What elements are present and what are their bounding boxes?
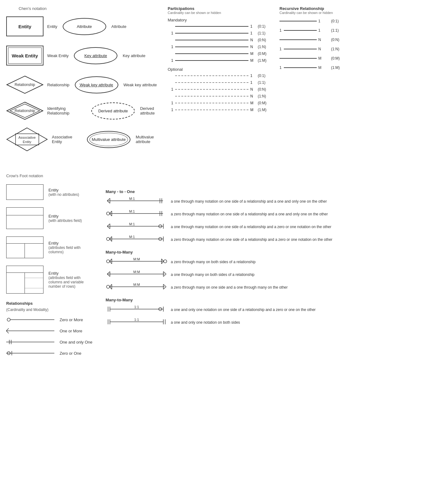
- cf-entity-simple-label: Entity: [48, 188, 79, 192]
- svg-text:M:M: M:M: [133, 270, 140, 274]
- derived-attr-wrap: Derived attribute: [90, 101, 136, 121]
- cf-entity-attrs-body: [7, 215, 43, 229]
- assoc-entity-shape-wrap: Associative Entity: [6, 127, 48, 152]
- rec-row-0m: M (0:M): [279, 55, 366, 62]
- top-section: Chen's notation Entity Entity Attribute …: [6, 6, 430, 161]
- svg-text:M:M: M:M: [133, 283, 140, 286]
- svg-text:Relationship: Relationship: [15, 109, 35, 113]
- oto-row-2: 1:1 a one and only one notation on both …: [106, 318, 430, 326]
- cf-entity-attrs: [6, 207, 43, 229]
- key-attr-label: Key attribute: [84, 53, 107, 58]
- rec-svg-01: 1: [279, 18, 329, 25]
- part-line-m1m: [175, 60, 248, 61]
- weak-entity-label: Weak Entity: [12, 53, 38, 58]
- oto-svg-1: 1:1: [106, 305, 168, 313]
- svg-text:1:1: 1:1: [134, 318, 139, 322]
- part-line-m11: [175, 33, 248, 34]
- participations-col: Participations Cardinality can be shown …: [168, 6, 273, 161]
- crowsfoot-title: Crow's Foot notation: [6, 173, 430, 178]
- svg-line-59: [110, 239, 112, 241]
- part-opt-notation-0m: (0:M): [258, 101, 273, 105]
- svg-text:N: N: [318, 47, 321, 51]
- rel-zero-one-row: Zero or One: [6, 350, 93, 357]
- part-notation-01: (0:1): [258, 24, 273, 29]
- weak-entity-desc: Weak Entity: [47, 53, 69, 58]
- svg-line-89: [163, 287, 166, 289]
- chen-row-assoc: Associative Entity Associative Entity Mu…: [6, 127, 168, 152]
- assoc-entity-desc: Associative Entity: [52, 135, 82, 144]
- chen-row-entity: Entity Entity Attribute Attribute: [6, 16, 168, 36]
- svg-point-65: [107, 260, 110, 263]
- part-left-11: 1: [168, 31, 173, 35]
- cf-entity-varrows-body: [7, 273, 43, 293]
- mto-svg-1: M:1: [106, 197, 168, 205]
- svg-line-36: [107, 201, 110, 203]
- crowsfoot-main: Entity (with no attributes) Entity (with…: [6, 184, 430, 361]
- chen-row-identifying: Relationship Identifying Relationship De…: [6, 101, 168, 121]
- part-opt-left-1m: 1: [168, 108, 173, 112]
- crowsfoot-left: Entity (with no attributes) Entity (with…: [6, 184, 93, 361]
- part-opt-right-0m: M: [250, 101, 256, 105]
- svg-line-85: [110, 287, 112, 289]
- cf-entity-varrows: [6, 266, 43, 294]
- cf-entity-varrows-label-wrap: Entity (attributes field with columns an…: [48, 271, 93, 289]
- mtm-desc-2: a one through many on both sides of a re…: [171, 272, 255, 277]
- svg-line-76: [107, 274, 110, 277]
- part-mandatory-row-1n: 1 N (1:N): [168, 45, 273, 49]
- part-notation-1m: (1:M): [258, 58, 273, 63]
- rel-one-one-svg: [6, 339, 56, 345]
- rel-one-one-row: One and only One: [6, 339, 93, 345]
- cf-row-div-1: [25, 278, 43, 278]
- rec-notation-0m: (0:M): [331, 56, 347, 61]
- chen-row-weak-entity: Weak Entity Weak Entity Key attribute Ke…: [6, 46, 168, 65]
- svg-text:1: 1: [318, 28, 320, 33]
- part-left-1n: 1: [168, 45, 173, 49]
- rec-svg-0m: M: [279, 55, 329, 62]
- recursive-col: Recursive Relationship Cardinality can b…: [279, 6, 366, 161]
- mto-svg-2-wrap: M:1: [106, 210, 168, 218]
- cf-entity-cols-body: [7, 244, 43, 258]
- key-attr-desc: Key attribute: [123, 53, 145, 58]
- one-to-one-title: Many-to-Many: [106, 298, 430, 302]
- key-attr-wrap: Key attribute: [72, 46, 119, 65]
- mto-svg-3: M:1: [106, 223, 168, 230]
- cf-entity-cols-label: Entity: [48, 241, 93, 245]
- svg-text:1: 1: [279, 47, 282, 51]
- mto-row-3: M:1 a one through many notation on one s…: [106, 223, 430, 231]
- part-mandatory-row-01: 1 (0:1): [168, 24, 273, 29]
- svg-line-75: [107, 272, 110, 274]
- mto-row-1: M:1 a one through many notation on one s…: [106, 197, 430, 205]
- part-mandatory-row-0m: M (0:M): [168, 52, 273, 56]
- derived-attr-desc: Derived attribute: [140, 106, 168, 115]
- recursive-title: Recursive Relationship: [279, 6, 366, 11]
- svg-line-44: [110, 214, 112, 216]
- rec-row-01: 1 (0:1): [279, 18, 366, 25]
- part-right-1m: M: [250, 58, 256, 63]
- part-optional-row-0n: 1 N (0:N): [168, 87, 273, 92]
- crowsfoot-section: Crow's Foot notation Entity (with no att…: [6, 173, 430, 361]
- cf-row-div-2: [25, 288, 43, 288]
- cf-entity-varrows-sublabel: (attributes field with columns and varia…: [48, 276, 93, 289]
- svg-line-50: [107, 224, 110, 226]
- svg-text:Associative: Associative: [18, 136, 36, 139]
- svg-text:M: M: [318, 65, 321, 70]
- svg-line-88: [163, 284, 166, 287]
- chens-notation-col: Chen's notation Entity Entity Attribute …: [6, 6, 168, 161]
- mto-svg-4-wrap: M:1: [106, 235, 168, 244]
- weak-key-attr-label: Weak key attribute: [80, 83, 113, 87]
- svg-line-28: [6, 331, 9, 333]
- cf-entity-simple: [6, 184, 43, 200]
- mtm-row-2: M:M a one through many on both sides of …: [106, 270, 430, 279]
- svg-line-51: [107, 226, 110, 229]
- part-opt-notation-1n: (1:N): [258, 94, 273, 98]
- assoc-entity-svg: Associative Entity: [6, 127, 48, 152]
- participations-title: Participations: [168, 6, 273, 11]
- part-optional-row-11: 1 (1:1): [168, 80, 273, 85]
- cf-entity-cols-label-wrap: Entity (attributes field with columns): [48, 241, 93, 254]
- rec-row-11: 1 1 (1:1): [279, 27, 366, 34]
- part-mandatory-row-11: 1 1 (1:1): [168, 31, 273, 35]
- part-line-m0n: [175, 40, 248, 40]
- attr-oval-shape: Attribute: [63, 18, 106, 35]
- mto-row-2: M:1 a zero through many notation on one …: [106, 210, 430, 218]
- svg-point-57: [107, 237, 110, 241]
